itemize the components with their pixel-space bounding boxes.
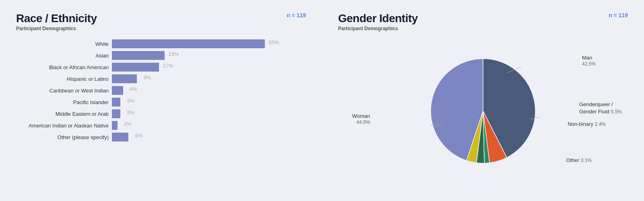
bar-track: 6% — [112, 133, 306, 142]
pie-label-man: Man42.5% — [582, 55, 596, 67]
bar-pct-label: 6% — [135, 133, 143, 139]
bar-track: 19% — [112, 51, 306, 60]
bar-pct-label: 9% — [143, 74, 151, 80]
pie-label-other: Other 3.1% — [566, 157, 592, 163]
bar-fill: 4% — [112, 86, 123, 95]
bar-pct-label: 55% — [268, 39, 279, 45]
bar-label: Middle Eastern or Arab — [16, 111, 109, 117]
bar-fill: 19% — [112, 51, 165, 60]
gender-title: Gender Identity — [338, 12, 628, 25]
bar-row: Asian19% — [16, 51, 306, 60]
bar-fill: 3% — [112, 98, 120, 107]
bar-track: 9% — [112, 74, 306, 83]
bar-track: 3% — [112, 98, 306, 107]
bar-label: Other (please specify) — [16, 134, 109, 140]
pie-label-woman: Woman44.9% — [352, 113, 370, 125]
bar-track: 55% — [112, 39, 306, 48]
bar-chart: White55%Asian19%Black or African America… — [16, 39, 306, 142]
bar-fill: 6% — [112, 133, 128, 142]
bar-fill: 55% — [112, 39, 265, 48]
bar-label: Caribbean or West Indian — [16, 88, 109, 94]
race-panel: Race / Ethnicity Participant Demographic… — [0, 0, 322, 201]
bar-fill: 3% — [112, 109, 120, 118]
bar-track: 17% — [112, 63, 306, 72]
bar-pct-label: 3% — [127, 109, 134, 115]
bar-fill: 9% — [112, 74, 137, 83]
bar-label: Pacific Islander — [16, 99, 109, 105]
pie-section: Man42.5% Woman44.9% Genderqueer /Gender … — [338, 35, 628, 188]
bar-row: Black or African American17% — [16, 63, 306, 72]
bar-row: Caribbean or West Indian4% — [16, 86, 306, 95]
bar-row: Pacific Islander3% — [16, 98, 306, 107]
bar-label: Black or African American — [16, 64, 109, 70]
pie-label-genderqueer: Genderqueer /Gender Fluid 5.5% — [579, 101, 622, 115]
bar-row: White55% — [16, 39, 306, 48]
bar-row: American Indian or Alaskan Native2% — [16, 121, 306, 130]
gender-panel: Gender Identity Participant Demographics… — [322, 0, 644, 201]
pie-label-nonbinary: Non-binary 2.4% — [568, 121, 606, 127]
bar-pct-label: 2% — [124, 121, 132, 127]
bar-pct-label: 4% — [130, 86, 137, 92]
bar-label: Hispanic or Latino — [16, 76, 109, 82]
bar-pct-label: 17% — [163, 63, 173, 69]
bar-pct-label: 3% — [127, 98, 134, 104]
gender-n-label: n = 119 — [609, 12, 628, 18]
bar-fill: 17% — [112, 63, 159, 72]
pie-container: Man42.5% Woman44.9% Genderqueer /Gender … — [423, 51, 543, 173]
bar-track: 2% — [112, 121, 306, 130]
bar-fill: 2% — [112, 121, 118, 130]
bar-row: Middle Eastern or Arab3% — [16, 109, 306, 118]
race-subtitle: Participant Demographics — [16, 26, 306, 31]
bar-row: Hispanic or Latino9% — [16, 74, 306, 83]
race-n-label: n = 119 — [287, 12, 306, 18]
bar-label: American Indian or Alaskan Native — [16, 123, 109, 129]
pie-chart-svg — [423, 51, 543, 171]
bar-label: White — [16, 41, 109, 47]
bar-track: 4% — [112, 86, 306, 95]
gender-subtitle: Participant Demographics — [338, 26, 628, 31]
bar-pct-label: 19% — [168, 51, 179, 57]
bar-track: 3% — [112, 109, 306, 118]
bar-row: Other (please specify)6% — [16, 133, 306, 142]
bar-label: Asian — [16, 53, 109, 59]
race-title: Race / Ethnicity — [16, 12, 306, 25]
